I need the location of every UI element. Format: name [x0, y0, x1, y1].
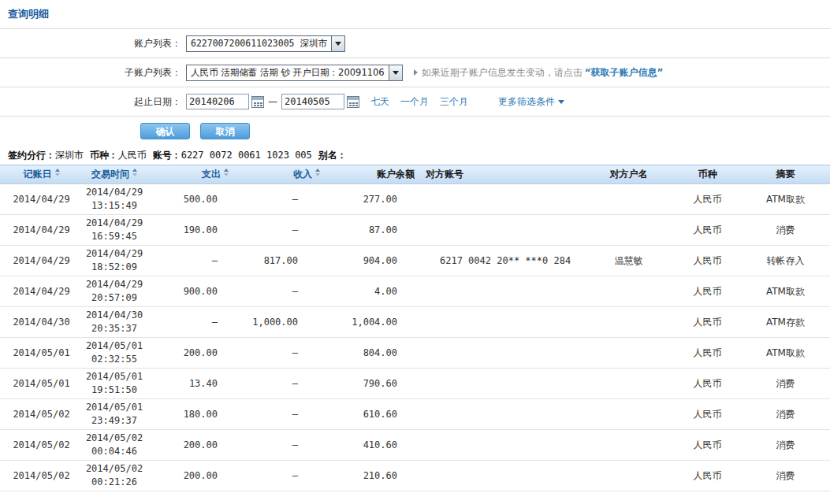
- quick-link-seven-days[interactable]: 七天: [370, 95, 389, 109]
- account-list-select[interactable]: 6227007200611023005 深圳市: [186, 35, 345, 52]
- cell-summary: 消费: [741, 461, 830, 491]
- cell-balance: 804.00: [331, 338, 426, 369]
- cell-counterparty-name: [583, 369, 674, 399]
- start-date-input[interactable]: [186, 94, 249, 109]
- right-arrow-icon: [414, 69, 418, 76]
- cell-in: –: [236, 369, 331, 399]
- cancel-button[interactable]: 取消: [200, 123, 250, 139]
- cell-summary: 消费: [741, 399, 830, 430]
- dropdown-arrow-icon[interactable]: [389, 65, 402, 80]
- column-label: 交易时间: [91, 169, 129, 180]
- cell-currency: 人民币: [674, 399, 741, 430]
- cell-txn-time: 2014/05/0102:32:55: [83, 338, 146, 369]
- cell-post-date: 2014/04/30: [0, 307, 83, 338]
- cell-counterparty-account: [426, 399, 583, 430]
- more-filters-label: 更多筛选条件: [498, 95, 555, 109]
- cell-out: 200.00: [146, 430, 236, 461]
- end-date-input[interactable]: [281, 94, 344, 109]
- subaccount-hint: 如果近期子账户信息发生变动，请点击 “获取子账户信息”: [414, 66, 664, 80]
- cell-in: –: [236, 338, 331, 369]
- column-label: 收入: [293, 169, 312, 180]
- cell-txn-time: 2014/04/3020:35:37: [83, 307, 146, 338]
- sort-icon[interactable]: [132, 169, 137, 176]
- chevron-down-icon: [558, 100, 564, 104]
- sort-icon[interactable]: [224, 169, 229, 176]
- sort-icon[interactable]: [55, 169, 60, 176]
- calendar-icon[interactable]: [251, 96, 264, 108]
- column-header-1[interactable]: 交易时间: [83, 165, 146, 184]
- cell-in: –: [236, 461, 331, 491]
- account-info-line: 签约分行：深圳市 币种：人民币 账号：6227 0072 0061 1023 0…: [0, 144, 830, 165]
- table-row: 2014/05/022014/05/0200:21:26200.00–210.6…: [0, 461, 830, 491]
- cell-out: –: [146, 307, 236, 338]
- column-header-3[interactable]: 收入: [236, 165, 331, 184]
- more-filters-link[interactable]: 更多筛选条件: [498, 95, 564, 109]
- column-header-7: 币种: [674, 165, 741, 184]
- cell-summary: ATM取款: [741, 276, 830, 307]
- table-row: 2014/05/012014/05/0119:51:5013.40–790.60…: [0, 369, 830, 399]
- cell-in: –: [236, 276, 331, 307]
- quick-link-three-months[interactable]: 三个月: [440, 95, 468, 109]
- cell-txn-time: 2014/05/0200:04:46: [83, 430, 146, 461]
- confirm-button[interactable]: 确认: [140, 123, 190, 139]
- cell-counterparty-name: [583, 215, 674, 246]
- cell-summary: 消费: [741, 430, 830, 461]
- account-list-selected-value: 6227007200611023005 深圳市: [187, 38, 331, 50]
- dropdown-arrow-icon[interactable]: [331, 36, 344, 51]
- cell-balance: 1,004.00: [331, 307, 426, 338]
- cell-out: 200.00: [146, 338, 236, 369]
- cell-in: –: [236, 215, 331, 246]
- cell-counterparty-name: [583, 430, 674, 461]
- column-header-0[interactable]: 记账日: [0, 165, 83, 184]
- subaccount-list-select[interactable]: 人民币 活期储蓄 活期 钞 开户日期：20091106: [186, 65, 403, 81]
- cell-txn-time: 2014/05/0123:49:37: [83, 399, 146, 430]
- get-subaccount-info-link[interactable]: “获取子账户信息”: [585, 66, 664, 80]
- cell-counterparty-name: [583, 276, 674, 307]
- cell-counterparty-account: [426, 307, 583, 338]
- cell-in: 1,000.00: [236, 307, 331, 338]
- cell-summary: 转帐存入: [741, 246, 830, 276]
- cell-post-date: 2014/05/01: [0, 369, 83, 399]
- cell-summary: ATM取款: [741, 338, 830, 369]
- cell-post-date: 2014/04/29: [0, 215, 83, 246]
- cell-counterparty-name: [583, 307, 674, 338]
- column-label: 币种: [698, 169, 717, 180]
- column-header-4: 账户余额: [331, 165, 426, 184]
- cell-in: –: [236, 430, 331, 461]
- cell-currency: 人民币: [674, 184, 741, 215]
- table-row: 2014/05/022014/05/0123:49:37180.00–610.6…: [0, 399, 830, 430]
- cell-out: 180.00: [146, 399, 236, 430]
- column-label: 摘要: [776, 169, 795, 180]
- cell-currency: 人民币: [674, 461, 741, 491]
- cell-counterparty-account: [426, 276, 583, 307]
- cell-post-date: 2014/04/29: [0, 246, 83, 276]
- table-row: 2014/05/022014/05/0200:04:46200.00–410.6…: [0, 430, 830, 461]
- cell-out: –: [146, 246, 236, 276]
- table-header-row: 记账日交易时间支出收入账户余额对方账号对方户名币种摘要: [0, 165, 830, 184]
- cell-post-date: 2014/05/01: [0, 338, 83, 369]
- cell-txn-time: 2014/04/2913:15:49: [83, 184, 146, 215]
- quick-link-one-month[interactable]: 一个月: [400, 95, 429, 109]
- date-range-label: 起止日期：: [0, 95, 181, 109]
- cell-in: 817.00: [236, 246, 331, 276]
- cell-counterparty-name: [583, 184, 674, 215]
- branch-value: 深圳市: [55, 150, 84, 161]
- cell-summary: ATM存款: [741, 307, 830, 338]
- subaccount-list-label: 子账户列表：: [0, 66, 181, 80]
- cell-counterparty-account: [426, 215, 583, 246]
- cell-txn-time: 2014/05/0200:21:26: [83, 461, 146, 491]
- table-row: 2014/04/292014/04/2920:57:09900.00–4.00人…: [0, 276, 830, 307]
- cell-currency: 人民币: [674, 369, 741, 399]
- cell-out: 500.00: [146, 184, 236, 215]
- cell-currency: 人民币: [674, 307, 741, 338]
- column-header-2[interactable]: 支出: [146, 165, 236, 184]
- account-number-label: 账号：: [153, 150, 181, 161]
- table-row: 2014/05/012014/05/0102:32:55200.00–804.0…: [0, 338, 830, 369]
- cell-balance: 210.60: [331, 461, 426, 491]
- calendar-icon[interactable]: [347, 96, 359, 108]
- table-row: 2014/04/292014/04/2913:15:49500.00–277.0…: [0, 184, 830, 215]
- subaccount-hint-text: 如果近期子账户信息发生变动，请点击: [422, 66, 582, 80]
- sort-icon[interactable]: [315, 169, 320, 176]
- cell-txn-time: 2014/04/2918:52:09: [83, 246, 146, 276]
- account-number-value: 6227 0072 0061 1023 005: [181, 150, 312, 161]
